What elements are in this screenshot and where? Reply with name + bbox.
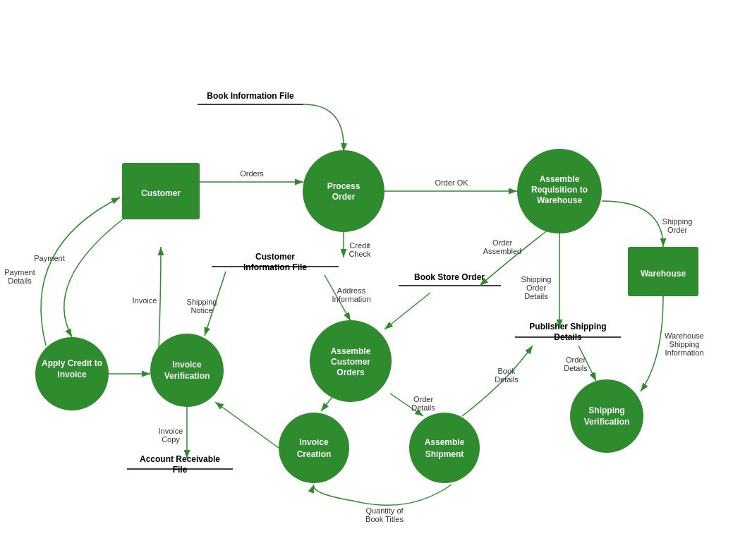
assemble-requisition-label2: Requisition to (531, 185, 588, 195)
label-creditcheck: Credit (349, 241, 370, 250)
invoice-creation-node[interactable] (279, 413, 349, 483)
label-bookdetails2: Details (495, 375, 519, 384)
assemble-customer-orders-label2: Customer (331, 357, 370, 367)
arrow-assemblecust-invoicecreation (321, 397, 332, 411)
arrow-assemble-req-warehouse (602, 201, 663, 247)
assemble-customer-orders-label3: Orders (337, 367, 365, 377)
invoice-verification-label2: Verification (164, 371, 210, 381)
account-receivable-label2: File (173, 465, 188, 475)
customer-label: Customer (141, 188, 181, 198)
account-receivable-label: Account Receivable (140, 454, 220, 464)
book-info-file-label: Book Information File (207, 91, 294, 101)
arrow-customer-applycredit (64, 219, 123, 337)
shipping-verification-node[interactable] (570, 379, 643, 453)
label-bookdetails: Book (497, 367, 516, 375)
shipping-verification-label: Shipping (588, 406, 624, 415)
diagram-container: Book Information File Customer Informati… (0, 0, 745, 560)
shipping-verification-label2: Verification (584, 417, 630, 427)
label-quantitybooktitles: Quantity of (365, 506, 404, 515)
assemble-customer-orders-label: Assemble (331, 346, 371, 356)
label-warehouseshipping2: Shipping (670, 340, 700, 348)
label-shippingnotice2: Notice (190, 306, 212, 315)
arrow-invoicever-customer (159, 247, 161, 349)
customer-info-file-label2: Information File (243, 262, 307, 272)
process-order-label: Process (327, 181, 361, 191)
diagram-svg: Book Information File Customer Informati… (0, 0, 745, 560)
assemble-shipment-node[interactable] (409, 413, 480, 483)
label-shippingorderdetails2: Order (526, 284, 546, 292)
label-shippingorder2: Order (667, 226, 687, 234)
arrow-invoicecreation-invoicever (215, 402, 279, 448)
arrow-bookinfo-processorder (303, 104, 344, 152)
arrow-applycredit-customer (41, 197, 120, 346)
label-orderassembled: Order (492, 238, 512, 247)
label-shippingorderdetails3: Details (524, 292, 548, 300)
book-store-order-label: Book Store Order (414, 272, 485, 282)
assemble-shipment-label: Assemble (425, 437, 465, 447)
warehouse-label: Warehouse (641, 269, 686, 279)
label-orderassembled2: Assembled (483, 247, 521, 255)
label-invoice: Invoice (133, 296, 157, 305)
label-orderok: Order OK (435, 178, 468, 187)
label-orderdetails2b: Details (564, 364, 588, 372)
label-orders: Orders (240, 169, 264, 178)
label-shippingorderdetails: Shipping (521, 275, 552, 284)
arrow-bookstoreorder-assemblecust (384, 293, 430, 329)
label-shippingorder: Shipping (662, 217, 693, 226)
invoice-verification-label: Invoice (172, 360, 202, 370)
process-order-label2: Order (332, 192, 356, 202)
label-orderdetails2: Order (566, 355, 586, 364)
label-payment: Payment (34, 254, 64, 262)
label-invoicecopy2: Copy (162, 435, 180, 444)
invoice-creation-label2: Creation (297, 449, 332, 459)
label-warehouseshipping: Warehouse (665, 331, 704, 340)
label-paymentdetails2: Details (8, 276, 32, 285)
publisher-shipping-label2: Details (554, 332, 582, 342)
label-creditcheck2: Check (349, 250, 371, 258)
assemble-requisition-label: Assemble (540, 174, 580, 184)
label-orderdetails1: Order (413, 395, 433, 403)
label-orderdetails1b: Details (411, 403, 435, 412)
assemble-shipment-label2: Shipment (425, 449, 464, 459)
label-quantitybooktitles2: Book Titles (365, 515, 404, 523)
label-addressinfo: Address (337, 286, 366, 295)
label-shippingnotice: Shipping (187, 298, 217, 306)
invoice-verification-node[interactable] (150, 334, 224, 407)
label-paymentdetails: Payment (4, 268, 35, 276)
label-invoicecopy: Invoice (159, 427, 183, 435)
arrow-warehouse-shippingver (641, 296, 663, 391)
assemble-requisition-label3: Warehouse (537, 195, 583, 205)
label-addressinfo2: Information (332, 295, 370, 303)
apply-credit-label: Apply Credit to (42, 358, 102, 368)
customer-info-file-label: Customer (255, 252, 295, 262)
arrow-assembleshipment-quantity (314, 485, 452, 505)
label-warehouseshipping3: Information (665, 348, 703, 357)
publisher-shipping-label: Publisher Shipping (529, 322, 606, 331)
apply-credit-label2: Invoice (57, 370, 87, 379)
invoice-creation-label: Invoice (299, 437, 329, 447)
